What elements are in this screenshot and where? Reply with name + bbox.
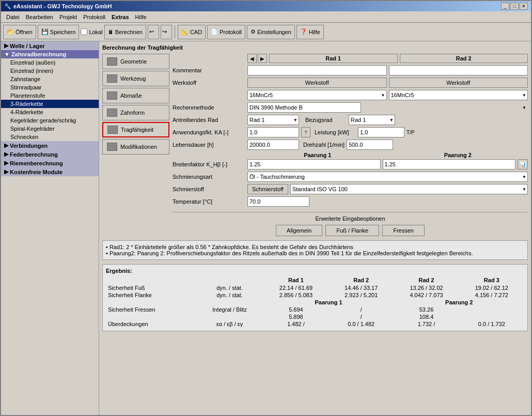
- minimize-button[interactable]: _: [501, 3, 509, 10]
- info-line-2: • Paarung2: Paarung 2: Profilverschiebun…: [106, 250, 524, 256]
- open-button[interactable]: 📂 Öffnen: [3, 25, 36, 39]
- nav-prev-button[interactable]: ◀: [247, 54, 257, 63]
- info-line-1: • Rad1: 2 * Einhärtetiefe größer als 0.5…: [106, 244, 524, 250]
- bezugsrad-select[interactable]: Rad 1: [349, 115, 395, 125]
- results-title: Ergebnis:: [106, 268, 524, 274]
- sidebar-section-kostenfreie[interactable]: ▶ Kostenfreie Module: [1, 167, 99, 176]
- cad-button[interactable]: 📐 CAD: [178, 25, 206, 39]
- breitenfaktor-fields: 📊: [247, 159, 528, 170]
- rechenmethode-select[interactable]: DIN 3990 Methode B: [247, 102, 361, 113]
- redo-icon: ↪: [162, 28, 167, 35]
- breitenfaktor-row: Breitenfaktor K_Hβ [-] 📊: [173, 159, 528, 170]
- sidebar-item-zahnstange[interactable]: Zahnstange: [1, 75, 99, 83]
- kommentar-rad1-input[interactable]: [247, 65, 387, 75]
- sidebar-item-4raderkette[interactable]: 4-Räderkette: [1, 108, 99, 116]
- help-button[interactable]: ❓ Hilfe: [296, 25, 324, 39]
- kommentar-label: Kommentar: [173, 67, 247, 73]
- mode-modifikationen[interactable]: Modifikationen: [102, 139, 169, 155]
- results-header-row: Rad 1 Rad 2 Rad 2 Rad 3: [106, 276, 524, 284]
- undo-button[interactable]: ↩: [148, 25, 159, 39]
- werkstoff-rad1-button[interactable]: Werkstoff: [247, 78, 387, 88]
- breitenfaktor-extra-button[interactable]: 📊: [518, 159, 528, 170]
- schmierungsart-select[interactable]: Öl - Tauchschmierung: [247, 172, 528, 182]
- antreibendes-select[interactable]: Rad 1: [247, 115, 299, 125]
- uberdeckungen-label: Überdeckungen: [106, 320, 196, 328]
- paarung2-sub-header: Paarung 2: [394, 299, 524, 306]
- sidebar-riemen-label: Riemenberechnung: [10, 160, 63, 166]
- results-col-sub: [196, 276, 263, 284]
- temperatur-label: Temperatur [°C]: [173, 198, 247, 205]
- anwendungsfkt-input[interactable]: [247, 127, 299, 137]
- close-button[interactable]: ✕: [520, 3, 528, 10]
- anwendungsfkt-help-button[interactable]: ?: [301, 127, 310, 137]
- sicherheit-fressen-p1-sep: /: [328, 306, 394, 313]
- breitenfaktor-val1-input[interactable]: [247, 159, 381, 170]
- sidebar-item-stirnradpaar[interactable]: Stirnradpaar: [1, 83, 99, 91]
- sidebar-section-feder[interactable]: ▶ Federberechnung: [1, 150, 99, 159]
- sidebar-item-kegelrader[interactable]: Kegelräder gerade/schräg: [1, 116, 99, 125]
- maximize-button[interactable]: □: [510, 3, 519, 10]
- werkstoff-label: Werkstoff: [173, 80, 247, 86]
- werkstoff-rad1-select-wrapper: 16MnCr5: [247, 90, 387, 100]
- mode-tragfahigkeit[interactable]: Tragfähigkeit: [102, 122, 169, 137]
- werkstoff-rad1-select[interactable]: 16MnCr5: [247, 90, 387, 100]
- sidebar-section-zahnrad[interactable]: ▼ Zahnradberechnung: [1, 50, 99, 58]
- anwendungsfkt-label: Anwendungsfkt. KA [-]: [173, 129, 247, 135]
- results-col-rad2a: Rad 2: [328, 276, 394, 284]
- nav-next-button[interactable]: ▶: [258, 54, 267, 63]
- redo-button[interactable]: ↪: [161, 25, 172, 39]
- sidebar-item-einzelrad-aussen[interactable]: Einzelrad (außen): [1, 58, 99, 67]
- save-icon: 💾: [41, 28, 49, 35]
- save-button[interactable]: 💾 Speichern: [38, 25, 80, 39]
- sidebar-section-verbindungen[interactable]: ▶ Verbindungen: [1, 141, 99, 150]
- mode-geometrie[interactable]: Geometrie: [102, 54, 169, 69]
- sidebar-section-welle[interactable]: ▶ Welle / Lager: [1, 41, 99, 50]
- settings-button[interactable]: ⚙ Einstellungen: [247, 25, 295, 39]
- sidebar-item-planetenstufe[interactable]: Planetenstufe: [1, 91, 99, 100]
- local-checkbox[interactable]: [81, 28, 87, 35]
- mode-zahnform[interactable]: Zahnform: [102, 105, 169, 120]
- sidebar-section-riemen[interactable]: ▶ Riemenberechnung: [1, 159, 99, 167]
- schmierstoff-select[interactable]: Standard ISO VG 100: [290, 184, 528, 194]
- protokoll-button[interactable]: 📄 Protokoll: [207, 25, 245, 39]
- erweiterte-allgemein-button[interactable]: Allgemein: [276, 225, 322, 236]
- kommentar-rad2-input[interactable]: [389, 65, 528, 75]
- menu-hilfe[interactable]: Hilfe: [132, 13, 150, 21]
- info-box: • Rad1: 2 * Einhärtetiefe größer als 0.5…: [102, 240, 528, 260]
- temperatur-input[interactable]: [247, 196, 309, 207]
- menu-extras[interactable]: Extras: [108, 13, 132, 21]
- leistung-input[interactable]: [358, 127, 404, 137]
- lebensdauer-input[interactable]: [247, 140, 299, 150]
- sidebar-item-einzelrad-innen[interactable]: Einzelrad (innen): [1, 67, 99, 75]
- breitenfaktor-val2-input[interactable]: [383, 159, 516, 170]
- erweiterte-buttons: Allgemein Fuß / Flanke Fressen: [173, 225, 528, 236]
- calculate-button[interactable]: 🖩 Berechnen: [104, 25, 146, 39]
- menu-protokoll[interactable]: Protokoll: [80, 13, 108, 21]
- sidebar-item-3raderkette[interactable]: 3-Räderkette: [1, 100, 99, 108]
- zahnform-icon: [107, 109, 117, 117]
- modifikationen-icon: [107, 143, 117, 151]
- erweiterte-fressen-button[interactable]: Fressen: [382, 225, 425, 236]
- riemen-arrow-icon: ▶: [4, 160, 8, 166]
- menu-bearbeiten[interactable]: Bearbeiten: [23, 13, 56, 21]
- sicherheit-flanke-val4: 4.156 / 7.272: [459, 291, 524, 299]
- kommentar-fields: [247, 65, 528, 75]
- sicherheit-flanke-sub: dyn. / stat.: [196, 291, 263, 299]
- main-layout: ▶ Welle / Lager ▼ Zahnradberechnung Einz…: [1, 41, 531, 415]
- menu-datei[interactable]: Datei: [3, 13, 23, 21]
- erweiterte-fuss-flanke-button[interactable]: Fuß / Flanke: [325, 225, 379, 236]
- sicherheit-fuss-val3: 13.26 / 32.02: [394, 284, 459, 291]
- sicherheit-fuss-val2: 14.46 / 33.17: [328, 284, 394, 291]
- schmierstoff-button[interactable]: Schmierstoff: [247, 184, 288, 194]
- menu-projekt[interactable]: Projekt: [56, 13, 80, 21]
- drehzahl-input[interactable]: [347, 140, 393, 150]
- werkstoff-select-row: 16MnCr5 16MnCr5: [173, 90, 528, 100]
- werkstoff-rad2-button[interactable]: Werkstoff: [389, 78, 528, 88]
- werkstoff-rad2-select[interactable]: 16MnCr5: [389, 90, 528, 100]
- mode-werkzeug[interactable]: Werkzeug: [102, 71, 169, 86]
- sidebar-item-spiral-kegelrader[interactable]: Spiral-Kegelräder: [1, 125, 99, 133]
- left-right-panel: Geometrie Werkzeug Abmaße Zahnform: [102, 54, 528, 236]
- kostenfreie-arrow-icon: ▶: [4, 168, 8, 175]
- mode-abmase[interactable]: Abmaße: [102, 88, 169, 103]
- sidebar-item-schnecken[interactable]: Schnecken: [1, 133, 99, 141]
